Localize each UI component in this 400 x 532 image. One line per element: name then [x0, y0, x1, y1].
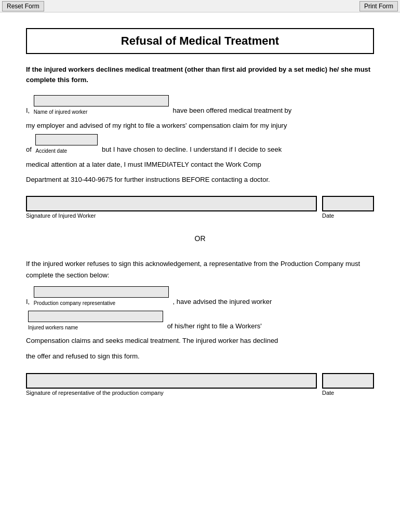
reset-button[interactable]: Reset Form [2, 1, 44, 11]
form-title-box: Refusal of Medical Treatment [26, 28, 374, 54]
intro-text: If the injured workers declines medical … [26, 64, 374, 85]
section1-line4: medical attention at a later date, I mus… [26, 158, 374, 170]
section2-signature-row: Signature of representative of the produ… [26, 373, 374, 396]
section1-line1: I, Name of injured worker have been offe… [26, 95, 374, 117]
line3-suffix: but I have chosen to decline. I understa… [102, 145, 282, 153]
or-text: OR [195, 234, 206, 243]
section2-line1-prefix: I, [26, 298, 30, 305]
accident-date-input[interactable] [35, 134, 98, 145]
injured-worker-name-input[interactable] [34, 95, 169, 107]
rep-date-label: Date [322, 390, 374, 396]
rep-date-field: Date [322, 373, 374, 396]
worker-date-input[interactable] [322, 196, 374, 211]
section2-line4: the offer and refused to sign this form. [26, 351, 374, 362]
accident-date-label: Accident date [35, 146, 98, 156]
section2-line3: Compensation claims and seeks medical tr… [26, 335, 374, 347]
accident-date-field-wrapper: Accident date [35, 134, 98, 156]
refusal-notice: If the injured worker refuses to sign th… [26, 258, 374, 281]
rep-sig-label: Signature of representative of the produ… [26, 390, 317, 396]
worker-sig-field: Signature of Injured Worker [26, 196, 317, 219]
section2-line2: Injured workers name of his/her right to… [26, 311, 374, 333]
section1: I, Name of injured worker have been offe… [26, 95, 374, 219]
section1-line3: of Accident date but I have chosen to de… [26, 134, 374, 156]
section1-line5: Department at 310-440-9675 for further i… [26, 174, 374, 185]
worker-date-label: Date [322, 212, 374, 219]
or-divider: OR [26, 234, 374, 243]
rep-name-input[interactable] [34, 286, 169, 298]
worker-sig-label: Signature of Injured Worker [26, 212, 317, 219]
section1-signature-row: Signature of Injured Worker Date [26, 196, 374, 219]
rep-signature-input[interactable] [26, 373, 317, 389]
worker-date-field: Date [322, 196, 374, 219]
rep-name-field-wrapper: Production company representative [34, 286, 169, 309]
line3-prefix: of [26, 145, 32, 153]
rep-date-input[interactable] [322, 373, 374, 389]
section2-line1: I, Production company representative , h… [26, 286, 374, 309]
print-button[interactable]: Print Form [359, 1, 398, 11]
rep-name-label: Production company representative [34, 298, 169, 309]
toolbar: Reset Form Print Form [0, 0, 400, 12]
line1-suffix: have been offered medical treatment by [172, 107, 291, 114]
form-title: Refusal of Medical Treatment [32, 34, 368, 48]
worker-signature-input[interactable] [26, 196, 317, 211]
section1-line2: my employer and advised of my right to f… [26, 119, 374, 131]
injured-name2-label: Injured workers name [28, 323, 163, 333]
section2-line2-suffix: of his/her right to file a Workers' [167, 322, 262, 330]
injured-name2-field-wrapper: Injured workers name [28, 311, 163, 333]
injured-name2-input[interactable] [28, 311, 163, 322]
rep-sig-field: Signature of representative of the produ… [26, 373, 317, 396]
name-field-wrapper: Name of injured worker [34, 95, 169, 117]
form-content: Refusal of Medical Treatment If the inju… [0, 12, 400, 414]
line1-prefix: I, [26, 107, 30, 114]
section2-line1-suffix: , have advised the injured worker [172, 298, 272, 305]
section2: If the injured worker refuses to sign th… [26, 258, 374, 395]
name-field-label: Name of injured worker [34, 107, 169, 117]
